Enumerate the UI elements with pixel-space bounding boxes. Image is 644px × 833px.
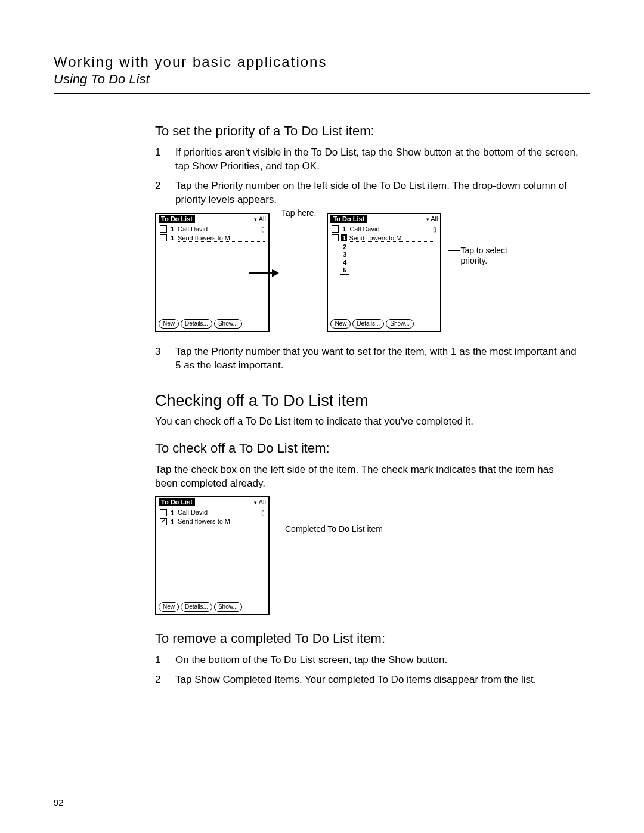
figure-priority: To Do List All 1 Call David ▯ 1 Send flo… [155, 213, 578, 332]
leader-line [448, 250, 460, 251]
subheading-check-off: To check off a To Do List item: [155, 441, 578, 456]
step-1: 1 On the bottom of the To Do List screen… [155, 654, 578, 667]
todo-text[interactable]: Call David [178, 509, 259, 516]
note-icon[interactable]: ▯ [261, 226, 265, 233]
pda-category-selector[interactable]: All [254, 215, 266, 222]
callout-completed-text: Completed To Do List item [285, 524, 383, 535]
checkbox-icon[interactable] [160, 234, 167, 241]
checkbox-icon[interactable] [332, 234, 339, 241]
todo-item[interactable]: 1 Call David ▯ [332, 225, 436, 234]
step-text: Tap the Priority number on the left side… [175, 179, 578, 207]
details-button[interactable]: Details... [181, 602, 212, 612]
priority-option[interactable]: 2 [340, 243, 349, 251]
set-priority-steps-cont: 3 Tap the Priority number that you want … [155, 345, 578, 373]
page-content: To set the priority of a To Do List item… [155, 123, 578, 687]
step-3: 3 Tap the Priority number that you want … [155, 345, 578, 373]
pda-title: To Do List [330, 215, 367, 223]
todo-text[interactable]: Send flowers to M [178, 234, 265, 242]
pda-list: 1 Call David ▯ 1 Send flowers to M [156, 224, 268, 244]
pda-button-bar: New Details... Show... [330, 319, 414, 329]
priority-dropdown[interactable]: 2 3 4 5 [340, 243, 349, 275]
todo-item[interactable]: 1 Send flowers to M [332, 234, 436, 243]
details-button[interactable]: Details... [181, 319, 212, 329]
pda-screenshot-checked: To Do List All 1 Call David ▯ ✔ 1 Send f… [155, 496, 270, 615]
callout-column-right: Tap to select priority. [448, 213, 514, 332]
pda-title: To Do List [159, 215, 195, 223]
pda-titlebar: To Do List All [156, 214, 268, 224]
callout-tap-to-select: Tap to select priority. [460, 246, 514, 267]
leader-line [273, 213, 281, 213]
todo-cursor-row: . [160, 526, 265, 535]
show-button[interactable]: Show... [386, 319, 414, 329]
priority-number[interactable]: 1 [169, 509, 175, 516]
remove-completed-steps: 1 On the bottom of the To Do List screen… [155, 654, 578, 687]
heading-set-priority: To set the priority of a To Do List item… [155, 123, 578, 139]
show-button[interactable]: Show... [214, 602, 242, 612]
priority-number[interactable]: 1 [169, 225, 175, 233]
section-title: Using To Do List [54, 72, 590, 87]
show-button[interactable]: Show... [214, 319, 242, 329]
checkbox-icon[interactable] [332, 225, 339, 233]
chapter-title: Working with your basic applications [54, 54, 590, 70]
pda-titlebar: To Do List All [328, 214, 440, 224]
todo-text[interactable]: Send flowers to M [349, 234, 436, 242]
step-text: If priorities aren't visible in the To D… [175, 146, 578, 174]
priority-number[interactable]: 1 [169, 518, 175, 525]
pda-screenshot-after: To Do List All 1 Call David ▯ 1 Send flo… [327, 213, 441, 332]
todo-text[interactable]: Send flowers to M [178, 518, 265, 525]
pda-title: To Do List [159, 498, 195, 506]
note-icon[interactable]: ▯ [433, 226, 436, 233]
callout-completed: Completed To Do List item [277, 496, 383, 615]
page-header: Working with your basic applications Usi… [54, 54, 590, 94]
arrow-right-icon [249, 269, 279, 277]
figure-check-off: To Do List All 1 Call David ▯ ✔ 1 Send f… [155, 496, 578, 615]
document-page: Working with your basic applications Usi… [0, 0, 644, 833]
callout-column-left: Tap here. [273, 213, 316, 332]
pda-titlebar: To Do List All [156, 497, 268, 507]
pda-category-selector[interactable]: All [426, 215, 438, 222]
leader-line [277, 529, 285, 529]
todo-text[interactable]: Call David [178, 225, 259, 233]
priority-option[interactable]: 4 [340, 259, 349, 267]
step-text: Tap the Priority number that you want to… [175, 345, 578, 373]
todo-item[interactable]: 1 Call David ▯ [160, 225, 265, 234]
page-footer: 92 [54, 791, 590, 808]
new-button[interactable]: New [159, 319, 179, 329]
step-text: On the bottom of the To Do List screen, … [175, 654, 447, 667]
details-button[interactable]: Details... [352, 319, 384, 329]
todo-item[interactable]: 1 Send flowers to M [160, 234, 265, 243]
pda-button-bar: New Details... Show... [159, 319, 242, 329]
todo-item[interactable]: 1 Call David ▯ [160, 508, 265, 517]
todo-item[interactable]: ✔ 1 Send flowers to M [160, 517, 265, 526]
pda-button-bar: New Details... Show... [159, 602, 242, 612]
new-button[interactable]: New [159, 602, 179, 612]
pda-category-selector[interactable]: All [254, 498, 266, 506]
heading-checking-off: Checking off a To Do List item [155, 392, 578, 410]
step-number: 2 [155, 673, 163, 687]
pda-list: 1 Call David ▯ 1 Send flowers to M 2 3 4… [328, 224, 440, 276]
checkbox-icon[interactable] [160, 225, 167, 233]
note-icon[interactable]: ▯ [261, 509, 265, 516]
priority-number[interactable]: 1 [169, 234, 175, 241]
page-number: 92 [54, 797, 64, 807]
pda-list: 1 Call David ▯ ✔ 1 Send flowers to M . [156, 507, 268, 536]
step-number: 1 [155, 146, 163, 174]
step-1: 1 If priorities aren't visible in the To… [155, 146, 578, 174]
checkbox-icon[interactable] [160, 509, 167, 516]
priority-option[interactable]: 3 [340, 251, 349, 259]
step-number: 1 [155, 654, 163, 667]
step-2: 2 Tap the Priority number on the left si… [155, 179, 578, 207]
todo-text[interactable]: Call David [349, 225, 431, 233]
callout-tap-here: Tap here. [281, 208, 316, 219]
footer-rule [54, 791, 590, 791]
header-rule [54, 93, 590, 94]
priority-option[interactable]: 5 [340, 267, 349, 274]
set-priority-steps: 1 If priorities aren't visible in the To… [155, 146, 578, 207]
checkbox-checked-icon[interactable]: ✔ [160, 518, 167, 525]
step-text: Tap Show Completed Items. Your completed… [175, 673, 536, 687]
priority-number-selected[interactable]: 1 [341, 234, 347, 241]
checking-off-intro: You can check off a To Do List item to i… [155, 415, 578, 429]
heading-remove-completed: To remove a completed To Do List item: [155, 631, 578, 646]
new-button[interactable]: New [330, 319, 351, 329]
priority-number[interactable]: 1 [341, 225, 347, 233]
